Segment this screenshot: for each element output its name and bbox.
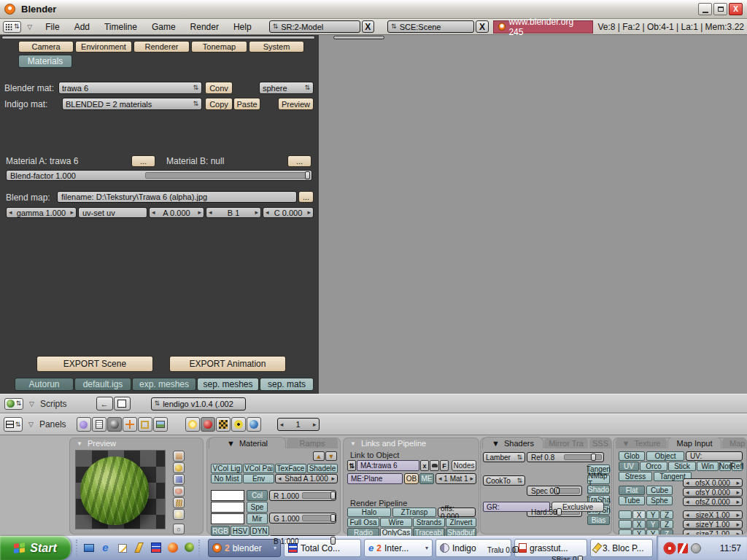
winamp-icon[interactable] — [133, 541, 145, 553]
move-down-button[interactable]: ▼ — [325, 451, 337, 461]
tab-material[interactable]: ▼ Material — [209, 438, 285, 448]
win-toggle[interactable]: Win — [697, 462, 719, 471]
scene-selector[interactable]: ⇅ SCE:Scene — [387, 20, 474, 33]
close-button[interactable]: X — [729, 3, 743, 15]
ofsy-field[interactable]: ◂ ofsY 0.000 ▸ — [683, 488, 743, 497]
axis-blank-1[interactable] — [619, 510, 632, 519]
show-desktop-icon[interactable] — [116, 542, 128, 554]
material-name-field[interactable]: MA:trawa 6 — [357, 460, 419, 471]
param-b-field[interactable]: ◂ B 1 ▸ — [206, 207, 261, 218]
wire-toggle[interactable]: Wire — [380, 518, 412, 527]
nor-toggle[interactable]: Nor — [719, 462, 731, 471]
param-a-field[interactable]: ◂ A 0.000 ▸ — [149, 207, 204, 218]
blend-map-browse-button[interactable]: ... — [298, 191, 314, 203]
increment-icon[interactable]: ▸ — [470, 475, 473, 482]
firebird-icon[interactable] — [166, 541, 179, 553]
increment-icon[interactable]: ▸ — [736, 499, 740, 505]
red-slider[interactable]: R 1.000 — [269, 490, 336, 501]
tube-proj-toggle[interactable]: Tube — [619, 496, 645, 505]
preview-cube-button[interactable] — [173, 474, 185, 485]
menu-game[interactable]: Game — [144, 22, 183, 32]
increment-icon[interactable]: ▸ — [736, 531, 740, 535]
start-button[interactable]: Start — [0, 536, 71, 560]
blend-map-filename-field[interactable]: filename: D:\Tekstury\Trawa 6 (alpha).jp… — [57, 191, 297, 203]
exp-meshes-toggle[interactable]: exp. meshes — [132, 378, 196, 391]
glob-toggle[interactable]: Glob — [619, 451, 645, 461]
header-collapse-icon[interactable]: ▽ — [27, 23, 32, 31]
axis-z-row3[interactable]: Z — [660, 529, 673, 534]
decrement-icon[interactable]: ◂ — [686, 489, 689, 496]
shadeless-toggle[interactable]: Shadele — [307, 464, 338, 473]
decrement-icon[interactable]: ◂ — [266, 209, 269, 216]
window-type-menu-button[interactable]: ⇅ — [3, 21, 21, 33]
header-collapse-icon[interactable]: ▽ — [29, 400, 34, 408]
param-c-field[interactable]: ◂ C 0.000 ▸ — [263, 207, 314, 218]
decrement-icon[interactable]: ◂ — [152, 209, 155, 216]
axis-y-row2[interactable]: Y — [646, 520, 659, 529]
indigo-mat-selector[interactable]: BLENDED = 2 materials ⇅ — [62, 98, 202, 110]
script-selector[interactable]: ⇅ lendigo v1.0.4 (.002 — [151, 397, 246, 411]
stick-toggle[interactable]: Stick — [668, 462, 696, 471]
menu-help[interactable]: Help — [226, 22, 259, 32]
hsv-mode-button[interactable]: HSV — [231, 526, 249, 536]
sizey-field[interactable]: ◂ sizeY 1.00 ▸ — [683, 520, 743, 529]
mir-channel-button[interactable]: Mir — [247, 513, 268, 524]
uv-name-field[interactable]: UV: — [686, 451, 743, 461]
tray-app-icon[interactable] — [665, 543, 675, 553]
stress-toggle[interactable]: Stress — [619, 472, 652, 481]
sphere-proj-toggle[interactable]: Sphe — [646, 496, 673, 505]
axis-y-row1[interactable]: Y — [646, 510, 659, 519]
screen-selector[interactable]: ⇅ SR:2-Model — [269, 20, 360, 33]
scene-context-icon[interactable] — [153, 417, 168, 432]
menu-render[interactable]: Render — [183, 22, 226, 32]
no-mist-toggle[interactable]: No Mist — [211, 474, 242, 483]
zinvert-toggle[interactable]: ZInvert — [446, 518, 476, 527]
tab-camera[interactable]: Camera — [18, 41, 74, 52]
move-up-button[interactable]: ▲ — [313, 451, 325, 461]
preview-sphere-button[interactable] — [173, 462, 185, 473]
header-collapse-icon[interactable]: ▽ — [28, 421, 34, 428]
minimize-button[interactable] — [698, 3, 712, 15]
preview-refresh-button[interactable]: ○ — [173, 524, 185, 534]
tab-texture[interactable]: ▼ Texture — [616, 438, 667, 448]
internet-explorer-icon[interactable]: e — [99, 541, 112, 553]
preview-flat-button[interactable] — [173, 451, 185, 462]
frame-number-field[interactable]: ◂ 1 ▸ — [277, 418, 320, 431]
tab-environment[interactable]: Environment — [75, 41, 132, 52]
decrement-icon[interactable]: ◂ — [438, 475, 442, 482]
blender-mat-selector[interactable]: trawa 6 ⇅ — [58, 82, 202, 94]
diffuse-shader-selector[interactable]: Lamber ⇅ — [483, 452, 525, 462]
tab-shaders[interactable]: ▼ Shaders — [483, 438, 543, 448]
material-index-field[interactable]: ◂ 1 Mat 1 ▸ — [436, 473, 476, 484]
rgb-mode-button[interactable]: RGB — [211, 526, 230, 536]
menu-file[interactable]: File — [38, 22, 66, 32]
axis-y-row3[interactable]: Y — [646, 529, 659, 534]
full-osa-toggle[interactable]: Full Osa — [347, 518, 379, 527]
ob-link-button[interactable]: OB — [404, 473, 419, 484]
decrement-icon[interactable]: ◂ — [686, 499, 689, 505]
version-badge[interactable]: www.blender.org 245 — [493, 20, 594, 34]
axis-blank-3[interactable] — [619, 529, 632, 534]
shading-context-icon[interactable] — [107, 417, 122, 432]
axis-x-row1[interactable]: X — [632, 510, 646, 519]
ztransp-toggle[interactable]: ZTransp — [392, 508, 436, 517]
viewport-scrollbar[interactable] — [333, 36, 384, 39]
vcol-paint-toggle[interactable]: VCol Pai — [243, 464, 274, 473]
diffuse-color-swatch[interactable] — [211, 490, 244, 501]
scripts-window-type-button[interactable]: ⇅ — [4, 398, 23, 410]
refl-toggle[interactable]: Refl — [732, 462, 743, 471]
me-link-button[interactable]: ME — [419, 473, 434, 484]
scene-delete-button[interactable]: X — [476, 20, 489, 33]
specular-color-swatch[interactable] — [211, 502, 244, 513]
decrement-icon[interactable]: ◂ — [686, 531, 689, 535]
unlink-material-button[interactable]: x — [420, 460, 429, 471]
preview-button[interactable]: Preview — [278, 98, 314, 110]
editing-context-icon[interactable] — [138, 417, 152, 432]
material-browse-button[interactable]: ⇅ — [347, 460, 356, 471]
task-notepad[interactable]: 3. Bloc P... — [590, 539, 653, 557]
increment-icon[interactable]: ▸ — [736, 489, 740, 496]
axis-x-row2[interactable]: X — [632, 520, 646, 529]
spe-channel-button[interactable]: Spe — [247, 502, 268, 513]
radiosity-subcontext-icon[interactable] — [231, 417, 246, 432]
mirror-color-swatch[interactable] — [211, 513, 244, 524]
